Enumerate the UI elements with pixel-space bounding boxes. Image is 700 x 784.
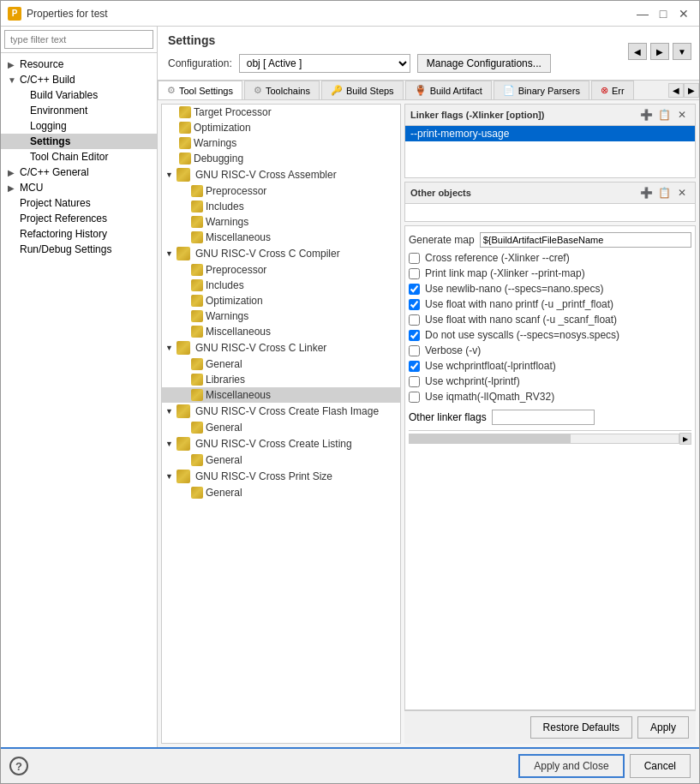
sidebar-item-run-debug[interactable]: Run/Debug Settings	[1, 242, 157, 257]
tab-scroll-right[interactable]: ▶	[684, 83, 699, 98]
other-linker-flags-input[interactable]	[492, 410, 595, 425]
sidebar-item-refactoring[interactable]: Refactoring History	[1, 226, 157, 242]
float-printf-checkbox[interactable]	[409, 299, 420, 310]
title-bar: P Properties for test — □ ✕	[1, 1, 699, 27]
tree-item-warnings-1[interactable]: Warnings	[162, 135, 400, 151]
tool-settings-icon: ⚙	[167, 85, 176, 96]
tree-item-assembler-misc[interactable]: Miscellaneous	[162, 230, 400, 245]
tool-icon	[191, 454, 203, 466]
tab-binary-parsers[interactable]: 📄 Binary Parsers	[494, 81, 589, 99]
sidebar-item-mcu[interactable]: ▶ MCU	[1, 180, 157, 195]
float-scanf-label[interactable]: Use float with nano scanf (-u _scanf_flo…	[425, 314, 617, 326]
float-scanf-checkbox[interactable]	[409, 314, 420, 326]
wch-printfloat-checkbox[interactable]	[409, 361, 420, 372]
add-flag-button[interactable]: ➕	[638, 107, 654, 123]
close-button[interactable]: ✕	[675, 5, 692, 22]
maximize-button[interactable]: □	[655, 5, 672, 22]
float-printf-label[interactable]: Use float with nano printf (-u _printf_f…	[425, 298, 613, 310]
newlib-nano-checkbox[interactable]	[409, 284, 420, 295]
config-dropdown[interactable]: obj [ Active ]	[239, 54, 410, 73]
tree-item-listing-general[interactable]: General	[162, 452, 400, 468]
tree-item-assembler-includes[interactable]: Includes	[162, 199, 400, 214]
flag-item[interactable]: --print-memory-usage	[405, 126, 695, 141]
tab-tool-settings[interactable]: ⚙ Tool Settings	[158, 81, 242, 100]
assembler-expand-icon: ▼	[165, 171, 174, 179]
tree-item-compiler-includes[interactable]: Includes	[162, 278, 400, 293]
tab-err[interactable]: ⊗ Err	[591, 81, 634, 99]
sidebar-item-settings[interactable]: Settings	[1, 134, 157, 149]
wch-print-checkbox[interactable]	[409, 376, 420, 387]
delete-flag-button[interactable]: ✕	[674, 107, 690, 123]
linker-flags-title: Linker flags (-Xlinker [option])	[410, 110, 544, 120]
no-syscalls-label[interactable]: Do not use syscalls (--specs=nosys.specs…	[425, 329, 619, 341]
tree-item-debugging[interactable]: Debugging	[162, 151, 400, 166]
tree-item-compiler-warnings[interactable]: Warnings	[162, 308, 400, 324]
scroll-right-button[interactable]: ▶	[679, 433, 691, 445]
listing-expand-icon: ▼	[165, 440, 174, 448]
nav-dropdown-button[interactable]: ▼	[673, 43, 691, 60]
tree-item-gnu-c-linker[interactable]: ▼ GNU RISC-V Cross C Linker	[162, 339, 400, 356]
sidebar-item-tool-chain-editor[interactable]: Tool Chain Editor	[1, 149, 157, 165]
sidebar-item-project-natures[interactable]: Project Natures	[1, 195, 157, 211]
tree-item-gnu-c-compiler[interactable]: ▼ GNU RISC-V Cross C Compiler	[162, 245, 400, 262]
tree-item-compiler-optimization[interactable]: Optimization	[162, 293, 400, 308]
verbose-checkbox[interactable]	[409, 345, 420, 356]
sidebar-item-cpp-general[interactable]: ▶ C/C++ General	[1, 165, 157, 180]
sidebar-item-cpp-build[interactable]: ▼ C/C++ Build	[1, 72, 157, 87]
tree-item-compiler-preprocessor[interactable]: Preprocessor	[162, 262, 400, 278]
tree-item-gnu-listing[interactable]: ▼ GNU RISC-V Cross Create Listing ➡	[162, 435, 400, 452]
help-button[interactable]: ?	[9, 757, 28, 775]
cross-reference-label[interactable]: Cross reference (-Xlinker --cref)	[425, 252, 570, 264]
sidebar-item-build-variables[interactable]: Build Variables	[1, 87, 157, 103]
tree-item-linker-general[interactable]: General	[162, 356, 400, 372]
print-link-map-checkbox[interactable]	[409, 268, 420, 279]
expand-arrow: ▼	[8, 75, 16, 85]
sidebar-item-environment[interactable]: Environment	[1, 103, 157, 118]
tree-item-optimization-1[interactable]: Optimization	[162, 120, 400, 135]
sidebar-item-resource[interactable]: ▶ Resource	[1, 57, 157, 72]
tab-build-artifact[interactable]: 🏺 Build Artifact	[405, 81, 492, 99]
h-scrollbar-track[interactable]	[409, 434, 679, 444]
nav-back-button[interactable]: ◀	[628, 43, 647, 60]
add-object-button[interactable]: ➕	[638, 185, 654, 200]
tab-build-steps[interactable]: 🔑 Build Steps	[321, 81, 404, 99]
restore-defaults-button[interactable]: Restore Defaults	[530, 716, 632, 739]
h-scrollbar-thumb[interactable]	[410, 434, 571, 443]
nav-forward-button[interactable]: ▶	[650, 43, 669, 60]
copy-object-button[interactable]: 📋	[656, 185, 672, 200]
generate-map-input[interactable]	[480, 232, 691, 248]
tree-item-compiler-misc[interactable]: Miscellaneous	[162, 324, 400, 339]
tree-item-target-processor[interactable]: Target Processor	[162, 105, 400, 120]
sidebar-item-label: Resource	[20, 58, 63, 70]
tree-item-print-size-general[interactable]: General	[162, 485, 400, 500]
iqmath-label[interactable]: Use iqmath(-lIQmath_RV32)	[425, 391, 554, 403]
minimize-button[interactable]: —	[634, 5, 651, 22]
tree-item-gnu-assembler[interactable]: ▼ GNU RISC-V Cross Assembler	[162, 166, 400, 183]
verbose-label[interactable]: Verbose (-v)	[425, 344, 481, 356]
no-syscalls-checkbox[interactable]	[409, 330, 420, 341]
tree-item-gnu-print-size[interactable]: ▼ GNU RISC-V Cross Print Size	[162, 468, 400, 485]
tree-item-linker-misc[interactable]: Miscellaneous	[162, 387, 400, 403]
tab-scroll-left[interactable]: ◀	[668, 83, 684, 98]
wch-print-label[interactable]: Use wchprint(-lprintf)	[425, 375, 520, 387]
filter-input[interactable]	[4, 30, 153, 49]
iqmath-checkbox[interactable]	[409, 392, 420, 403]
tab-toolchains[interactable]: ⚙ Toolchains	[244, 81, 320, 99]
print-link-map-label[interactable]: Print link map (-Xlinker --print-map)	[425, 267, 585, 279]
wch-printfloat-label[interactable]: Use wchprintfloat(-lprintfloat)	[425, 360, 556, 372]
sidebar-item-project-references[interactable]: Project References	[1, 211, 157, 226]
newlib-nano-label[interactable]: Use newlib-nano (--specs=nano.specs)	[425, 283, 603, 295]
tree-item-assembler-preprocessor[interactable]: Preprocessor	[162, 183, 400, 199]
sidebar-item-logging[interactable]: Logging	[1, 118, 157, 134]
tree-item-linker-libraries[interactable]: Libraries	[162, 372, 400, 387]
apply-and-close-button[interactable]: Apply and Close	[518, 754, 624, 778]
copy-flag-button[interactable]: 📋	[656, 107, 672, 123]
tree-item-gnu-flash-image[interactable]: ▼ GNU RISC-V Cross Create Flash Image	[162, 403, 400, 420]
delete-object-button[interactable]: ✕	[674, 185, 690, 200]
tree-item-flash-general[interactable]: General	[162, 420, 400, 435]
cross-reference-checkbox[interactable]	[409, 253, 420, 264]
apply-button[interactable]: Apply	[637, 716, 689, 739]
cancel-button[interactable]: Cancel	[630, 754, 691, 778]
tree-item-assembler-warnings[interactable]: Warnings	[162, 214, 400, 230]
manage-configurations-button[interactable]: Manage Configurations...	[417, 54, 551, 73]
